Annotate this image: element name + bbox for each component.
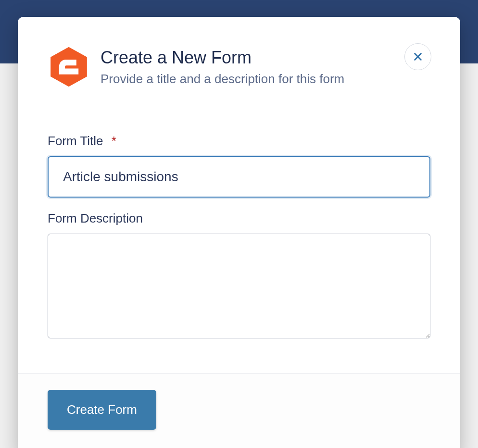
modal-subtitle: Provide a title and a description for th… bbox=[101, 72, 430, 87]
modal-title: Create a New Form bbox=[101, 48, 430, 68]
form-description-textarea[interactable] bbox=[48, 234, 430, 338]
modal-header-text: Create a New Form Provide a title and a … bbox=[101, 46, 430, 87]
modal-header: Create a New Form Provide a title and a … bbox=[18, 17, 460, 88]
create-form-modal: Create a New Form Provide a title and a … bbox=[18, 17, 460, 448]
form-title-field-group: Form Title * bbox=[48, 134, 430, 198]
svg-marker-0 bbox=[50, 47, 87, 87]
create-form-button[interactable]: Create Form bbox=[48, 390, 156, 430]
form-title-label: Form Title * bbox=[48, 134, 430, 149]
form-description-label: Form Description bbox=[48, 211, 430, 226]
modal-body: Form Title * Form Description bbox=[18, 88, 460, 373]
form-title-input[interactable] bbox=[48, 156, 430, 198]
required-indicator: * bbox=[112, 134, 116, 148]
gravity-forms-logo-icon bbox=[48, 46, 90, 88]
close-button[interactable] bbox=[404, 43, 431, 70]
close-icon bbox=[413, 51, 423, 62]
form-title-label-text: Form Title bbox=[48, 134, 103, 148]
modal-footer: Create Form bbox=[18, 373, 460, 448]
form-description-field-group: Form Description bbox=[48, 211, 430, 340]
